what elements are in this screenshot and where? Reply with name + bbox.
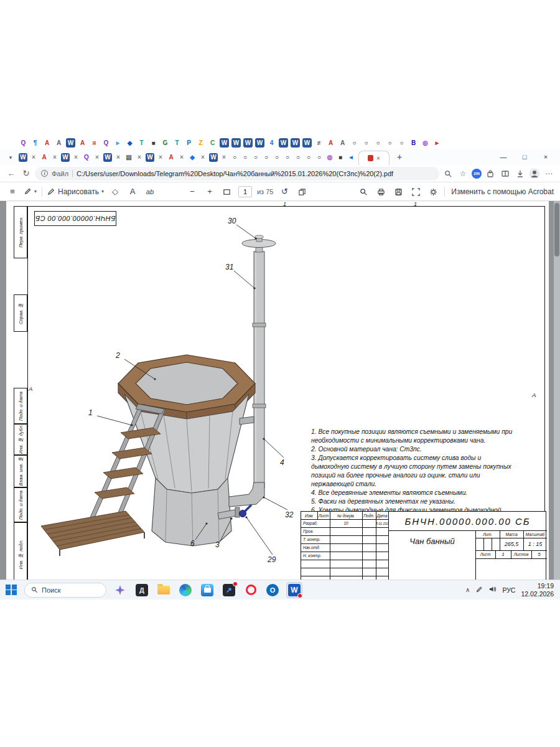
- tab-favicon[interactable]: ○: [350, 138, 359, 148]
- tab-close-icon[interactable]: ×: [376, 155, 380, 162]
- tab-favicon[interactable]: W: [66, 138, 75, 148]
- vertical-scrollbar[interactable]: [554, 201, 560, 580]
- tab-favicon[interactable]: ►: [432, 138, 442, 148]
- browser-menu-icon[interactable]: ⋯: [543, 169, 555, 178]
- language-indicator[interactable]: РУС: [502, 586, 515, 594]
- print-icon[interactable]: [375, 187, 387, 196]
- tab-favicon[interactable]: я: [90, 138, 99, 148]
- tab-favicon[interactable]: ○: [273, 153, 281, 162]
- tab-favicon[interactable]: ×: [29, 153, 38, 162]
- find-in-document-icon[interactable]: [357, 187, 370, 196]
- tab-favicon[interactable]: W: [231, 138, 241, 148]
- tab-favicon[interactable]: ■: [336, 153, 345, 162]
- tab-favicon[interactable]: ×: [220, 153, 228, 162]
- dark-app-icon[interactable]: Д: [134, 582, 150, 598]
- tab-favicon[interactable]: W: [279, 138, 288, 148]
- tab-favicon[interactable]: ×: [50, 153, 59, 162]
- tab-favicon[interactable]: ○: [315, 153, 324, 162]
- search-icon[interactable]: [442, 169, 454, 177]
- tab-favicon[interactable]: ◎: [325, 153, 334, 162]
- tab-favicon[interactable]: ×: [177, 153, 186, 162]
- tab-favicon[interactable]: ○: [230, 153, 239, 162]
- tab-favicon[interactable]: ○: [294, 153, 302, 162]
- tab-favicon[interactable]: T: [172, 138, 182, 148]
- tab-favicon[interactable]: B: [409, 138, 418, 148]
- pen-tray-icon[interactable]: [475, 586, 483, 594]
- start-button[interactable]: [4, 583, 19, 598]
- url-field[interactable]: i Файл C:/Users/user/Downloads/Telegram%…: [35, 167, 439, 181]
- tab-favicon[interactable]: W: [243, 138, 253, 148]
- tab-favicon[interactable]: А: [167, 153, 175, 162]
- tab-favicon[interactable]: W: [291, 138, 300, 148]
- tab-favicon[interactable]: ○: [304, 153, 313, 162]
- tab-favicon[interactable]: А: [326, 138, 335, 148]
- window-maximize-button[interactable]: □: [514, 149, 535, 165]
- tab-favicon[interactable]: ○: [251, 153, 260, 162]
- tab-favicon[interactable]: ≠: [314, 138, 324, 148]
- tab-favicon[interactable]: W: [220, 138, 229, 148]
- active-tab[interactable]: ×: [358, 151, 390, 165]
- tab-favicon[interactable]: T: [137, 138, 146, 148]
- tab-favicon[interactable]: ×: [72, 153, 80, 162]
- tab-favicon[interactable]: ○: [241, 153, 250, 162]
- tab-favicon[interactable]: ×: [156, 153, 165, 162]
- back-icon[interactable]: ←: [5, 169, 17, 178]
- save-icon[interactable]: [392, 187, 404, 196]
- fullscreen-icon[interactable]: [409, 187, 422, 196]
- scrollbar-thumb[interactable]: [554, 203, 559, 256]
- new-tab-button[interactable]: +: [393, 151, 406, 163]
- edge-icon[interactable]: [177, 582, 194, 598]
- tab-favicon[interactable]: ○: [262, 153, 271, 162]
- tab-favicon[interactable]: ○: [283, 153, 292, 162]
- tab-favicon[interactable]: W: [103, 153, 112, 162]
- fit-page-icon[interactable]: [221, 187, 233, 196]
- tab-favicon[interactable]: W: [146, 153, 154, 162]
- eraser-icon[interactable]: ◇: [109, 187, 121, 196]
- tab-favicon[interactable]: ×: [93, 153, 101, 162]
- profile-avatar[interactable]: [529, 168, 540, 179]
- tab-favicon[interactable]: А: [42, 138, 52, 148]
- microsoft-store-icon[interactable]: [199, 582, 215, 598]
- reload-icon[interactable]: ↻: [20, 169, 32, 178]
- tab-favicon[interactable]: ◆: [188, 153, 197, 162]
- zoom-in-icon[interactable]: +: [203, 187, 216, 196]
- copilot-icon[interactable]: [112, 582, 128, 598]
- info-icon[interactable]: i: [41, 170, 48, 177]
- extensions-puzzle-icon[interactable]: [484, 169, 497, 178]
- tab-favicon[interactable]: ◎: [421, 138, 430, 148]
- tab-favicon[interactable]: ►: [113, 138, 123, 148]
- tab-favicon[interactable]: A: [338, 138, 347, 148]
- tab-favicon[interactable]: W: [61, 153, 70, 162]
- tab-favicon[interactable]: W: [255, 138, 264, 148]
- tab-favicon[interactable]: А: [40, 153, 49, 162]
- toc-menu-icon[interactable]: ≡: [6, 187, 19, 196]
- add-text-icon[interactable]: A: [126, 187, 139, 196]
- tab-favicon[interactable]: W: [209, 153, 218, 162]
- window-minimize-button[interactable]: —: [493, 149, 514, 165]
- tab-favicon[interactable]: Q: [101, 138, 111, 148]
- page-thumbnails-icon[interactable]: [296, 187, 308, 196]
- tab-favicon[interactable]: Q: [19, 138, 28, 148]
- outlook-icon[interactable]: O: [264, 582, 281, 598]
- tab-favicon[interactable]: A: [54, 138, 63, 148]
- tab-favicon[interactable]: ◄: [347, 153, 355, 162]
- settings-gear-icon[interactable]: [427, 187, 439, 196]
- read-aloud-icon[interactable]: ab: [144, 188, 156, 195]
- tab-favicon[interactable]: G: [161, 138, 170, 148]
- tab-favicon[interactable]: ○: [397, 138, 406, 148]
- messenger-app-icon[interactable]: ↗: [221, 582, 237, 598]
- tab-favicon[interactable]: А: [78, 138, 87, 148]
- tab-favicon[interactable]: ▤: [124, 153, 133, 162]
- tab-favicon[interactable]: ○: [362, 138, 371, 148]
- tab-favicon[interactable]: ×: [135, 153, 144, 162]
- tab-favicon[interactable]: ¶: [30, 138, 40, 148]
- zm-extension-icon[interactable]: zm: [472, 169, 482, 179]
- open-in-acrobat-button[interactable]: Изменить с помощью Acrobat: [451, 187, 554, 196]
- tab-favicon[interactable]: P: [184, 138, 194, 148]
- tab-search-chevron-icon[interactable]: ▾: [5, 154, 16, 161]
- tab-favicon[interactable]: W: [19, 153, 27, 162]
- tab-favicon[interactable]: ○: [373, 138, 383, 148]
- tab-favicon[interactable]: 4: [267, 138, 276, 148]
- opera-icon[interactable]: [243, 582, 259, 598]
- tab-favicon[interactable]: ×: [198, 153, 207, 162]
